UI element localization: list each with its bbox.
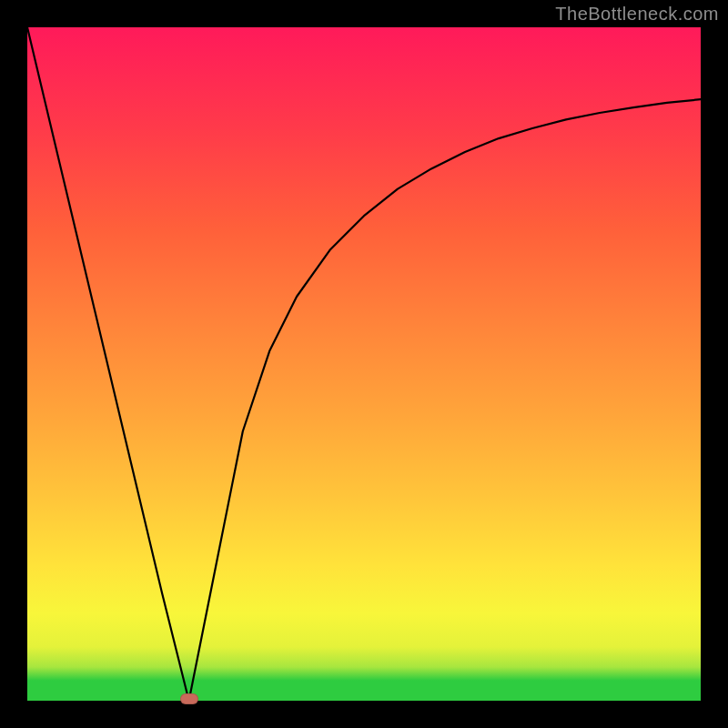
optimum-marker	[180, 693, 198, 704]
plot-area	[27, 27, 701, 701]
chart-frame: TheBottleneck.com	[0, 0, 728, 728]
bottleneck-curve	[27, 27, 701, 701]
watermark-text: TheBottleneck.com	[555, 4, 719, 25]
curve-svg	[27, 27, 701, 701]
